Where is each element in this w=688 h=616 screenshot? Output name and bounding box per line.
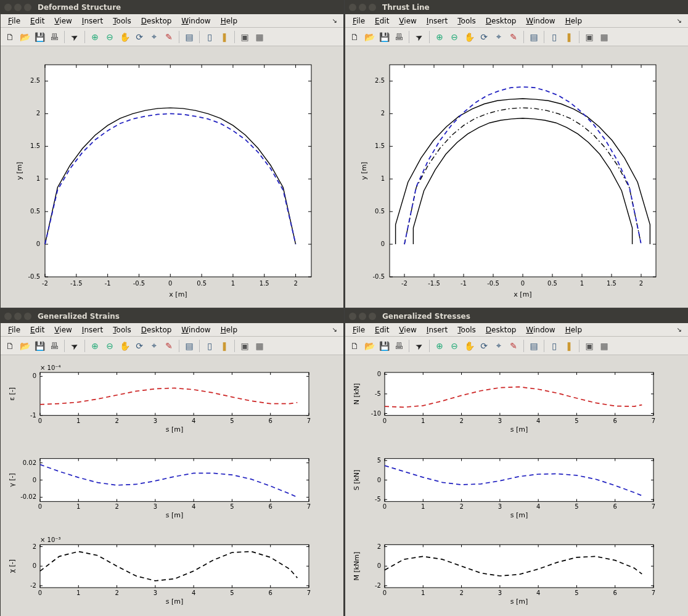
menu-file[interactable]: File (348, 324, 370, 335)
maximize-icon[interactable] (369, 4, 376, 11)
colorbar-icon[interactable]: ❚ (562, 30, 576, 44)
menu-file[interactable]: File (3, 324, 25, 335)
show-plot-tools-icon[interactable]: ▦ (253, 339, 266, 353)
colorbar-icon[interactable]: ❚ (562, 339, 576, 353)
menu-edit[interactable]: Edit (25, 324, 49, 335)
legend-icon[interactable]: ▯ (547, 339, 561, 353)
menu-desktop[interactable]: Desktop (136, 15, 177, 27)
menu-help[interactable]: Help (216, 15, 242, 27)
zoom-in-icon[interactable]: ⊕ (88, 339, 102, 353)
menu-window[interactable]: Window (176, 15, 215, 27)
menu-insert[interactable]: Insert (422, 15, 453, 27)
insert-colorbar-icon[interactable]: ▤ (527, 339, 541, 353)
menu-help[interactable]: Help (560, 324, 587, 335)
menu-edit[interactable]: Edit (25, 15, 49, 27)
zoom-in-icon[interactable]: ⊕ (433, 339, 446, 353)
menu-overflow-icon[interactable]: ↘ (332, 326, 341, 333)
print-icon[interactable]: 🖶 (47, 339, 61, 353)
menu-tools[interactable]: Tools (453, 324, 481, 335)
rotate-icon[interactable]: ⟳ (133, 339, 146, 353)
pan-icon[interactable]: ✋ (462, 30, 476, 44)
show-plot-tools-icon[interactable]: ▦ (597, 30, 611, 44)
save-icon[interactable]: 💾 (33, 339, 46, 353)
menu-edit[interactable]: Edit (370, 324, 394, 335)
menu-overflow-icon[interactable]: ↘ (677, 17, 686, 24)
data-cursor-icon[interactable]: ⌖ (147, 339, 161, 353)
new-file-icon[interactable]: 🗋 (3, 339, 17, 353)
rotate-icon[interactable]: ⟳ (477, 339, 491, 353)
pointer-icon[interactable]: ➤ (68, 339, 81, 353)
menu-tools[interactable]: Tools (453, 15, 481, 27)
minimize-icon[interactable] (359, 4, 366, 11)
menu-help[interactable]: Help (560, 15, 587, 27)
menu-window[interactable]: Window (521, 324, 560, 335)
rotate-icon[interactable]: ⟳ (133, 30, 146, 44)
menu-desktop[interactable]: Desktop (481, 324, 522, 335)
brush-icon[interactable]: ✎ (507, 339, 520, 353)
show-plot-tools-icon[interactable]: ▦ (597, 339, 611, 353)
rotate-icon[interactable]: ⟳ (477, 30, 491, 44)
titlebar[interactable]: Deformed Structure (1, 1, 343, 14)
menu-file[interactable]: File (3, 15, 25, 27)
plot-canvas[interactable]: 01234567-10× 10⁻⁴ε [-]s [m]01234567-0.02… (1, 355, 343, 616)
menu-insert[interactable]: Insert (77, 324, 108, 335)
close-icon[interactable] (4, 4, 12, 11)
pointer-icon[interactable]: ➤ (412, 339, 426, 353)
menu-view[interactable]: View (394, 15, 421, 27)
insert-colorbar-icon[interactable]: ▤ (182, 30, 196, 44)
menu-file[interactable]: File (348, 15, 370, 27)
zoom-out-icon[interactable]: ⊖ (103, 339, 117, 353)
plot-canvas[interactable]: -2-1.5-1-0.500.511.52-0.500.511.522.5x [… (345, 46, 688, 308)
save-icon[interactable]: 💾 (377, 30, 391, 44)
data-cursor-icon[interactable]: ⌖ (147, 30, 161, 44)
minimize-icon[interactable] (359, 313, 366, 320)
close-icon[interactable] (349, 313, 356, 320)
titlebar[interactable]: Thrust Line (345, 1, 688, 14)
legend-icon[interactable]: ▯ (203, 30, 216, 44)
open-file-icon[interactable]: 📂 (362, 339, 376, 353)
save-icon[interactable]: 💾 (33, 30, 46, 44)
pan-icon[interactable]: ✋ (118, 30, 131, 44)
brush-icon[interactable]: ✎ (507, 30, 520, 44)
print-icon[interactable]: 🖶 (47, 30, 61, 44)
maximize-icon[interactable] (24, 4, 31, 11)
show-plot-tools-icon[interactable]: ▦ (253, 30, 266, 44)
insert-colorbar-icon[interactable]: ▤ (182, 339, 196, 353)
menu-edit[interactable]: Edit (370, 15, 394, 27)
print-icon[interactable]: 🖶 (392, 339, 406, 353)
menu-tools[interactable]: Tools (108, 15, 136, 27)
menu-insert[interactable]: Insert (422, 324, 453, 335)
menu-window[interactable]: Window (521, 15, 560, 27)
menu-window[interactable]: Window (176, 324, 215, 335)
zoom-in-icon[interactable]: ⊕ (433, 30, 446, 44)
zoom-out-icon[interactable]: ⊖ (448, 339, 461, 353)
menu-view[interactable]: View (394, 324, 421, 335)
hide-plot-tools-icon[interactable]: ▣ (238, 30, 252, 44)
new-file-icon[interactable]: 🗋 (3, 30, 17, 44)
new-file-icon[interactable]: 🗋 (348, 30, 361, 44)
menu-overflow-icon[interactable]: ↘ (332, 17, 341, 24)
plot-canvas[interactable]: 01234567-10-50N [kN]s [m]01234567-505S [… (345, 355, 688, 616)
new-file-icon[interactable]: 🗋 (348, 339, 361, 353)
menu-view[interactable]: View (49, 15, 76, 27)
hide-plot-tools-icon[interactable]: ▣ (583, 339, 596, 353)
maximize-icon[interactable] (369, 313, 376, 320)
minimize-icon[interactable] (14, 313, 22, 320)
open-file-icon[interactable]: 📂 (18, 339, 31, 353)
colorbar-icon[interactable]: ❚ (218, 339, 231, 353)
zoom-in-icon[interactable]: ⊕ (88, 30, 102, 44)
zoom-out-icon[interactable]: ⊖ (448, 30, 461, 44)
zoom-out-icon[interactable]: ⊖ (103, 30, 117, 44)
menu-insert[interactable]: Insert (77, 15, 108, 27)
menu-help[interactable]: Help (216, 324, 242, 335)
pan-icon[interactable]: ✋ (118, 339, 131, 353)
insert-colorbar-icon[interactable]: ▤ (527, 30, 541, 44)
menu-tools[interactable]: Tools (108, 324, 136, 335)
menu-view[interactable]: View (49, 324, 76, 335)
open-file-icon[interactable]: 📂 (18, 30, 31, 44)
minimize-icon[interactable] (14, 4, 22, 11)
legend-icon[interactable]: ▯ (203, 339, 216, 353)
close-icon[interactable] (349, 4, 356, 11)
open-file-icon[interactable]: 📂 (362, 30, 376, 44)
hide-plot-tools-icon[interactable]: ▣ (238, 339, 252, 353)
